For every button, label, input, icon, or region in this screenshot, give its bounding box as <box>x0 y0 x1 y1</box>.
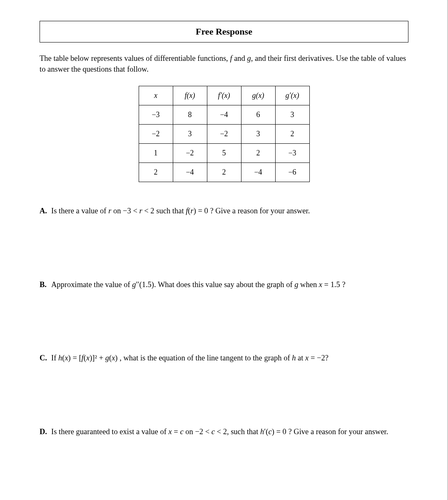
q-var: c <box>180 428 183 436</box>
question-body: If h(x) = [f(x)]² + g(x) , what is the e… <box>51 352 408 364</box>
table-header-row: x f(x) f′(x) g(x) g′(x) <box>139 86 309 105</box>
question-body: Is there guaranteed to exist a value of … <box>51 426 408 438</box>
q-fragment: on −2 < <box>184 428 212 436</box>
q-fragment: at <box>296 354 305 362</box>
q-fragment: Is there a value of <box>51 207 108 215</box>
q-fragment: < 2, such that <box>215 428 260 436</box>
intro-var-g: g <box>247 54 251 62</box>
cell: −2 <box>173 143 207 162</box>
question-c: C. If h(x) = [f(x)]² + g(x) , what is th… <box>40 352 408 364</box>
question-b: B. Approximate the value of g′′(1.5). Wh… <box>40 279 408 290</box>
intro-fragment: The table below represents values of dif… <box>40 54 230 62</box>
section-title-box: Free Response <box>40 21 408 42</box>
q-fragment: ) = 0 ? Give a reason for your answer. <box>272 428 388 436</box>
cell: −4 <box>173 162 207 182</box>
question-label: D. <box>40 426 51 438</box>
q-var: x <box>65 354 68 362</box>
q-var: h <box>260 428 264 436</box>
q-fragment: = −2? <box>309 354 329 362</box>
question-label: C. <box>40 352 51 364</box>
cell: 1 <box>139 143 173 162</box>
q-fragment: ′( <box>264 428 268 436</box>
q-var: x <box>319 280 322 289</box>
col-x: x <box>139 86 173 105</box>
cell: 6 <box>241 105 275 124</box>
cell: 3 <box>173 124 207 143</box>
table-row: −2 3 −2 3 2 <box>139 124 309 143</box>
q-fragment: when <box>298 280 319 289</box>
cell: −2 <box>139 124 173 143</box>
q-fragment: on −3 < <box>111 207 139 215</box>
section-title: Free Response <box>196 26 252 37</box>
intro-fragment: and <box>232 54 247 62</box>
col-fx: f(x) <box>173 86 207 105</box>
table-row: −3 8 −4 6 3 <box>139 105 309 124</box>
q-var: r <box>190 207 193 215</box>
cell: −4 <box>241 162 275 182</box>
cell: 2 <box>241 143 275 162</box>
cell: 8 <box>173 105 207 124</box>
intro-text: The table below represents values of dif… <box>40 53 408 75</box>
q-fragment: )]² + <box>90 354 105 362</box>
q-fragment: If <box>51 354 58 362</box>
q-var: g <box>105 354 109 362</box>
col-gx: g(x) <box>241 86 275 105</box>
q-var: c <box>269 428 272 436</box>
cell: 5 <box>207 143 241 162</box>
q-fragment: < 2 such that <box>142 207 186 215</box>
q-fragment: ) = 0 ? Give a reason for your answer. <box>194 207 310 215</box>
q-fragment: ) = [ <box>68 354 82 362</box>
cell: −6 <box>275 162 309 182</box>
cell: −2 <box>207 124 241 143</box>
question-label: A. <box>40 205 51 217</box>
cell: 2 <box>139 162 173 182</box>
q-var: r <box>139 207 142 215</box>
cell: −3 <box>275 143 309 162</box>
q-var: h <box>58 354 62 362</box>
cell: 2 <box>207 162 241 182</box>
table-row: 2 −4 2 −4 −6 <box>139 162 309 182</box>
cell: 2 <box>275 124 309 143</box>
q-fragment: ′′(1.5). What does this value say about … <box>136 280 294 289</box>
cell: 3 <box>275 105 309 124</box>
values-table: x f(x) f′(x) g(x) g′(x) −3 8 −4 6 3 −2 3… <box>139 86 310 182</box>
question-body: Approximate the value of g′′(1.5). What … <box>51 279 408 290</box>
q-fragment: ) , what is the equation of the line tan… <box>115 354 292 362</box>
q-fragment: Approximate the value of <box>51 280 132 289</box>
question-d: D. Is there guaranteed to exist a value … <box>40 426 408 438</box>
question-body: Is there a value of r on −3 < r < 2 such… <box>51 205 408 217</box>
q-var: x <box>169 428 172 436</box>
q-fragment: Is there guaranteed to exist a value of <box>51 428 169 436</box>
cell: 3 <box>241 124 275 143</box>
cell: −4 <box>207 105 241 124</box>
q-var: c <box>212 428 215 436</box>
table-row: 1 −2 5 2 −3 <box>139 143 309 162</box>
q-fragment: = 1.5 ? <box>322 280 346 289</box>
col-gprimex: g′(x) <box>275 86 309 105</box>
q-var: x <box>86 354 90 362</box>
question-a: A. Is there a value of r on −3 < r < 2 s… <box>40 205 408 217</box>
question-label: B. <box>40 279 51 290</box>
col-fprimex: f′(x) <box>207 86 241 105</box>
q-fragment: = <box>172 428 180 436</box>
cell: −3 <box>139 105 173 124</box>
